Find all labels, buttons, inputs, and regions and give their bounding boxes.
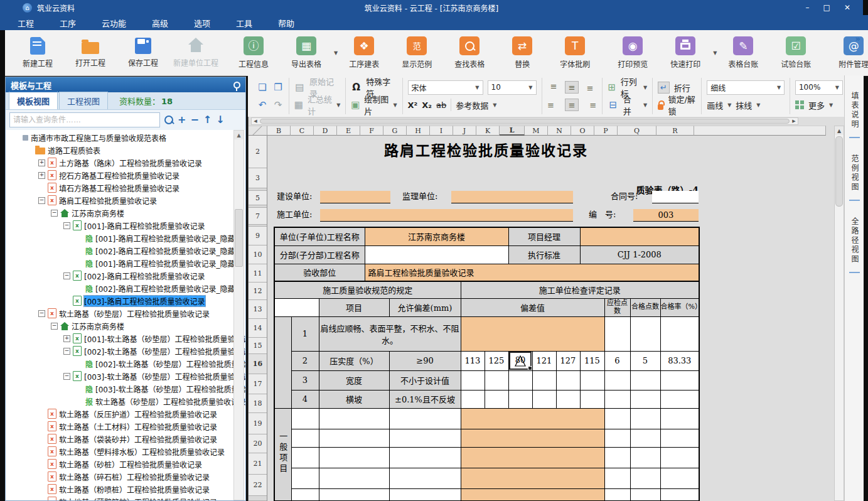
tree-item[interactable]: x软土地基（薄壁管桩）工程检验批质量验收记录: [6, 495, 245, 500]
row-header[interactable]: 21: [249, 453, 267, 475]
form-cell[interactable]: [532, 370, 556, 390]
row-header[interactable]: 11: [249, 264, 267, 283]
form-cell[interactable]: [291, 488, 319, 501]
replace-button[interactable]: ⇄替换: [496, 33, 549, 73]
tree-item[interactable]: −江苏南京商务楼: [6, 320, 245, 332]
row-header[interactable]: 20: [249, 434, 267, 453]
align-left-icon[interactable]: ≡: [547, 99, 560, 111]
form-cell[interactable]: 121: [532, 351, 556, 370]
form-cell[interactable]: [604, 488, 630, 501]
form-cell[interactable]: [630, 390, 660, 408]
row-header[interactable]: 3: [249, 168, 267, 188]
tree-item[interactable]: x软土路基（土工材料）工程检验批质量验收记录: [6, 420, 245, 433]
form-cell[interactable]: 单位(子单位)工程名称: [274, 227, 365, 245]
form-cell[interactable]: 83.33: [660, 351, 699, 370]
form-cell[interactable]: 合格点数: [630, 298, 660, 316]
chevron-down-icon[interactable]: ▼: [643, 85, 647, 90]
row-header[interactable]: [249, 496, 267, 501]
form-cell[interactable]: 偏差值: [461, 298, 604, 316]
form-cell[interactable]: [461, 408, 604, 429]
column-header[interactable]: I: [430, 126, 453, 136]
open-project-button[interactable]: 打开工程: [64, 33, 117, 73]
form-cell[interactable]: 1: [291, 316, 319, 351]
menu-item[interactable]: 帮助: [269, 15, 303, 31]
erase-line-button[interactable]: 抹线: [736, 99, 752, 111]
print-preview-button[interactable]: ◉打印预览: [606, 33, 659, 73]
form-cell[interactable]: 项目: [319, 298, 389, 316]
tree-item[interactable]: −江苏南京商务楼: [6, 207, 245, 219]
contract-no-field[interactable]: [652, 191, 699, 203]
add-icon[interactable]: +: [178, 115, 186, 125]
subscript-button[interactable]: X₂: [422, 100, 432, 110]
maximize-icon[interactable]: □: [823, 3, 830, 12]
tree-item[interactable]: 隐[002]-路肩工程检验批质量验收记录_隐藏表: [6, 282, 245, 294]
align-middle-icon[interactable]: ≡: [565, 81, 579, 94]
tree-item[interactable]: x软土路基（碎石桩）工程检验批质量验收记录: [6, 470, 245, 483]
side-tab[interactable]: 填表说明: [849, 84, 860, 138]
summary-stats-button[interactable]: 汇总统计: [308, 93, 332, 117]
form-cell[interactable]: [660, 468, 699, 488]
form-cell[interactable]: 3: [291, 370, 319, 390]
form-cell[interactable]: 113: [461, 351, 485, 370]
column-header[interactable]: M: [525, 126, 548, 136]
scroll-right-icon[interactable]: ▶: [790, 118, 798, 124]
tree-item[interactable]: +x挖石方路基工程检验批质量验收记录: [6, 169, 245, 181]
tree-item[interactable]: x软土路基（粉喷桩）工程检验批质量验收记录: [6, 483, 245, 495]
table-ledger-button[interactable]: ✎表格台账: [717, 33, 769, 73]
form-cell[interactable]: 合格率（%）: [660, 298, 699, 316]
row-header[interactable]: 5: [249, 191, 267, 205]
align-center-icon[interactable]: ≡: [565, 99, 579, 111]
form-cell[interactable]: CJJ 1-2008: [580, 245, 699, 264]
build-table-button[interactable]: ❖工序建表: [338, 33, 390, 73]
form-cell[interactable]: 压实度（%）: [319, 351, 389, 370]
menu-item[interactable]: 云功能: [93, 15, 135, 31]
form-cell[interactable]: 施工质量验收规范的规定: [274, 281, 461, 298]
form-cell[interactable]: [461, 316, 604, 351]
tree-item[interactable]: 隐[002]-路肩工程检验批质量验收记录_隐藏表: [6, 244, 245, 257]
form-cell[interactable]: 2: [291, 351, 319, 370]
test-ledger-button[interactable]: ☑试验台账: [769, 33, 822, 73]
row-header[interactable]: 12: [249, 283, 267, 300]
flagged-cell[interactable]: 80: [508, 351, 532, 370]
save-project-button[interactable]: 保存工程: [117, 33, 169, 73]
construction-unit-field[interactable]: [320, 191, 390, 203]
form-cell[interactable]: [556, 370, 580, 390]
column-header[interactable]: E: [337, 126, 360, 136]
tree-item[interactable]: −x[003]-软土路基（砂垫层）工程检验批质量验收记录: [6, 370, 245, 382]
attachment-button[interactable]: @附件管理: [827, 33, 868, 73]
form-cell[interactable]: [461, 447, 604, 468]
tree-item[interactable]: 道路工程质验表: [6, 144, 245, 156]
form-cell[interactable]: 江苏南京商务楼: [365, 227, 508, 245]
serial-no-field[interactable]: 003: [633, 209, 699, 222]
tree-expand-toggle[interactable]: −: [38, 197, 45, 204]
form-cell[interactable]: [389, 447, 461, 468]
menu-item[interactable]: 选项: [185, 15, 219, 31]
form-cell[interactable]: 一般项目: [274, 408, 291, 501]
form-cell[interactable]: [319, 447, 389, 468]
show-sample-button[interactable]: 范显示范例: [390, 33, 443, 73]
form-cell[interactable]: [485, 390, 508, 408]
row-header[interactable]: 17: [249, 374, 267, 394]
form-cell[interactable]: [461, 429, 604, 447]
chevron-down-icon[interactable]: ▼: [727, 102, 731, 108]
line-style-select[interactable]: 细线▼: [707, 80, 785, 95]
form-cell[interactable]: [274, 298, 319, 316]
tree-item[interactable]: −x软土路基（砂垫层）工程检验批质量验收记录: [6, 307, 245, 320]
tree-expand-toggle[interactable]: −: [63, 222, 70, 229]
form-cell[interactable]: [556, 390, 580, 408]
tree-item[interactable]: −x[001]-路肩工程检验批质量验收记录: [6, 219, 245, 232]
form-cell[interactable]: 允许偏差(mm): [389, 298, 461, 316]
form-cell[interactable]: [604, 429, 630, 447]
form-cell[interactable]: 宽度: [319, 370, 389, 390]
form-cell[interactable]: [389, 488, 461, 501]
font-brush-button[interactable]: T字体批刷: [549, 33, 601, 73]
form-cell[interactable]: [604, 390, 630, 408]
horizontal-scrollbar[interactable]: ◀ ▶: [251, 117, 798, 125]
strikethrough-button[interactable]: ab: [436, 100, 446, 110]
form-cell[interactable]: [580, 390, 604, 408]
align-bottom-icon[interactable]: ≡: [583, 81, 597, 94]
find-table-button[interactable]: 查找表格: [443, 33, 496, 73]
form-cell[interactable]: [365, 245, 508, 264]
row-header[interactable]: 10: [249, 245, 267, 264]
form-cell[interactable]: [580, 370, 604, 390]
